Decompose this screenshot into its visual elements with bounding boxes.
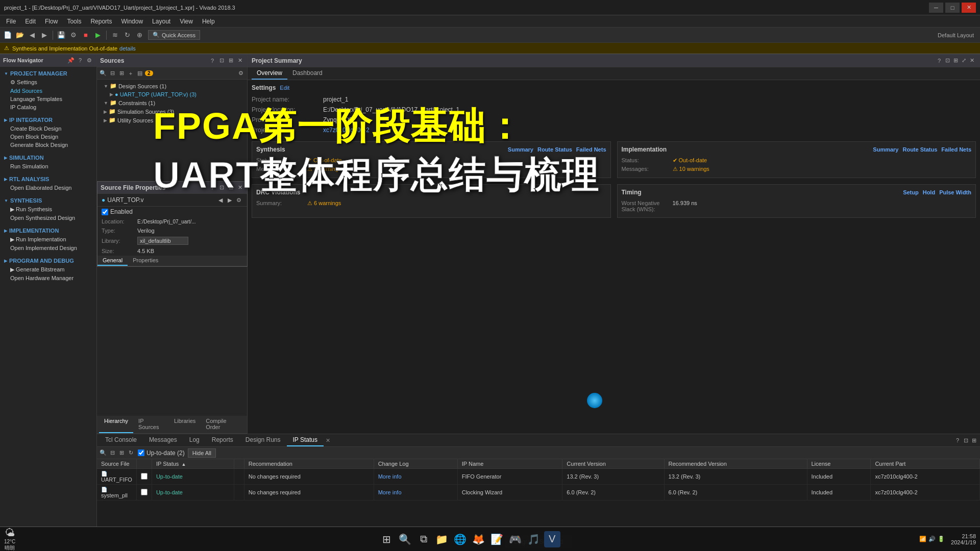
tree-sim-sources[interactable]: ▶ 📁 Simulation Sources (3) xyxy=(97,107,247,116)
sfp-enabled-check[interactable] xyxy=(102,209,108,215)
menu-window[interactable]: Window xyxy=(117,17,147,26)
tree-constraints[interactable]: ▼ 📁 Constraints (1) xyxy=(97,98,247,107)
section-title-program-debug[interactable]: ▶ PROGRAM AND DEBUG xyxy=(0,256,96,265)
impl-route-link[interactable]: Route Status xyxy=(902,146,937,153)
tab-ip-sources[interactable]: IP Sources xyxy=(133,416,169,433)
sources-filter[interactable]: ▤ xyxy=(136,69,144,78)
sfp-settings[interactable]: ⚙ xyxy=(235,196,243,204)
maximize-button[interactable]: □ xyxy=(945,3,960,13)
timing-hold-link[interactable]: Hold xyxy=(923,189,935,195)
sources-close[interactable]: ✕ xyxy=(236,57,244,65)
sfp-tab-properties[interactable]: Properties xyxy=(128,256,163,266)
save-button[interactable]: 💾 xyxy=(56,30,67,41)
ip-search-btn[interactable]: 🔍 xyxy=(99,449,107,457)
flow-item-settings[interactable]: ⚙ Settings xyxy=(0,78,96,87)
search-button[interactable]: 🔍 xyxy=(397,531,413,547)
tab-messages[interactable]: Messages xyxy=(143,434,183,446)
settings-edit-link[interactable]: Edit xyxy=(280,85,289,91)
menu-file[interactable]: File xyxy=(2,17,20,26)
td-log-1[interactable]: More info xyxy=(374,469,457,485)
stop-button[interactable]: ■ xyxy=(80,30,91,41)
td-log-2[interactable]: More info xyxy=(374,485,457,500)
tab-tcl-console[interactable]: Tcl Console xyxy=(99,434,143,446)
sources-add[interactable]: + xyxy=(127,69,135,78)
open-button[interactable]: 📂 xyxy=(14,30,26,41)
back-button[interactable]: ◀ xyxy=(27,30,38,41)
flow-item-open-impl[interactable]: Open Implemented Design xyxy=(0,244,96,252)
new-button[interactable]: 📄 xyxy=(2,30,13,41)
synthesis-route-link[interactable]: Route Status xyxy=(537,146,572,153)
tree-utility-sources[interactable]: ▶ 📁 Utility Sources xyxy=(97,116,247,124)
tree-design-sources[interactable]: ▼ 📁 Design Sources (1) xyxy=(97,82,247,90)
quick-access-toolbar[interactable]: 🔍 Quick Access xyxy=(148,30,200,40)
ps-float[interactable]: ⊞ xyxy=(951,57,960,65)
settings-button[interactable]: ⚙ xyxy=(68,30,79,41)
sources-float[interactable]: ⊞ xyxy=(227,57,235,65)
extra-button[interactable]: ⊕ xyxy=(134,30,145,41)
tab-libraries[interactable]: Libraries xyxy=(169,416,201,433)
flow-item-add-sources[interactable]: Add Sources xyxy=(0,87,96,95)
th-ip-status[interactable]: IP Status ▲ xyxy=(152,459,234,469)
menu-layout[interactable]: Layout xyxy=(148,17,175,26)
taskbar-notepad[interactable]: 📝 xyxy=(489,531,505,547)
bottom-help[interactable]: ? xyxy=(953,436,962,444)
taskbar-explorer[interactable]: 📁 xyxy=(434,531,450,547)
ip-status-close[interactable]: ✕ xyxy=(324,436,332,445)
menu-flow[interactable]: Flow xyxy=(41,17,62,26)
taskbar-browser2[interactable]: 🦊 xyxy=(471,531,487,547)
taskview-button[interactable]: ⧉ xyxy=(415,531,432,547)
sfp-library-input[interactable] xyxy=(137,237,188,245)
ip-collapse-btn[interactable]: ⊟ xyxy=(108,449,116,457)
impl-failed-link[interactable]: Failed Nets xyxy=(941,146,971,153)
ip-expand-btn[interactable]: ⊞ xyxy=(117,449,126,457)
tab-overview[interactable]: Overview xyxy=(252,67,287,80)
section-title-rtl-analysis[interactable]: ▶ RTL ANALYSIS xyxy=(0,174,96,184)
notif-details-link[interactable]: details xyxy=(119,45,136,52)
synthesis-summary-link[interactable]: Summary xyxy=(508,146,533,153)
menu-edit[interactable]: Edit xyxy=(21,17,40,26)
menu-help[interactable]: Help xyxy=(198,17,219,26)
taskbar-app2[interactable]: 🎵 xyxy=(526,531,542,547)
sources-help[interactable]: ? xyxy=(208,57,216,65)
tab-log[interactable]: Log xyxy=(183,434,206,446)
flow-item-generate-block[interactable]: Generate Block Design xyxy=(0,141,96,149)
ps-close[interactable]: ✕ xyxy=(968,57,976,65)
tree-uart-top[interactable]: ▶ ● UART_TOP (UART_TOP.v) (3) xyxy=(97,90,247,98)
flow-item-open-hw-mgr[interactable]: Open Hardware Manager xyxy=(0,274,96,282)
minimize-button[interactable]: ─ xyxy=(929,3,943,13)
flow-item-open-block[interactable]: Open Block Design xyxy=(0,133,96,141)
flow-nav-settings[interactable]: ⚙ xyxy=(85,56,93,64)
impl-summary-link[interactable]: Summary xyxy=(873,146,898,153)
ps-help[interactable]: ? xyxy=(935,57,943,65)
close-button[interactable]: ✕ xyxy=(962,3,976,13)
flow-item-run-impl[interactable]: ▶ Run Implementation xyxy=(0,235,96,244)
sfp-close[interactable]: ✕ xyxy=(236,184,244,192)
ps-restore[interactable]: ⊡ xyxy=(943,57,951,65)
tab-design-runs[interactable]: Design Runs xyxy=(239,434,287,446)
section-title-project-manager[interactable]: ▼ PROJECT MANAGER xyxy=(0,69,96,78)
section-title-simulation[interactable]: ▶ SIMULATION xyxy=(0,153,96,162)
sources-gear[interactable]: ⚙ xyxy=(237,69,245,78)
sfp-float[interactable]: ⊞ xyxy=(227,184,235,192)
sources-expand-all[interactable]: ⊞ xyxy=(117,69,126,78)
forward-button[interactable]: ▶ xyxy=(39,30,50,41)
sfp-back[interactable]: ◀ xyxy=(216,196,225,204)
tab-hierarchy[interactable]: Hierarchy xyxy=(99,416,133,433)
td-check-2[interactable] xyxy=(136,485,152,500)
flow-item-ip-catalog[interactable]: IP Catalog xyxy=(0,103,96,111)
menu-view[interactable]: View xyxy=(176,17,197,26)
taskbar-browser1[interactable]: 🌐 xyxy=(452,531,469,547)
refresh-button[interactable]: ↻ xyxy=(121,30,133,41)
section-title-synthesis[interactable]: ▼ SYNTHESIS xyxy=(0,196,96,205)
menu-tools[interactable]: Tools xyxy=(63,17,85,26)
flow-item-language-templates[interactable]: Language Templates xyxy=(0,95,96,103)
menu-reports[interactable]: Reports xyxy=(86,17,116,26)
tab-dashboard[interactable]: Dashboard xyxy=(287,67,328,80)
tab-compile-order[interactable]: Compile Order xyxy=(201,416,245,433)
sfp-forward[interactable]: ▶ xyxy=(226,196,234,204)
hide-all-button[interactable]: Hide All xyxy=(188,448,216,458)
flow-item-run-synthesis[interactable]: ▶ Run Synthesis xyxy=(0,205,96,214)
section-title-implementation[interactable]: ▶ IMPLEMENTATION xyxy=(0,226,96,235)
uptodate-filter-check[interactable] xyxy=(138,449,144,456)
flow-item-open-synthesized[interactable]: Open Synthesized Design xyxy=(0,214,96,222)
